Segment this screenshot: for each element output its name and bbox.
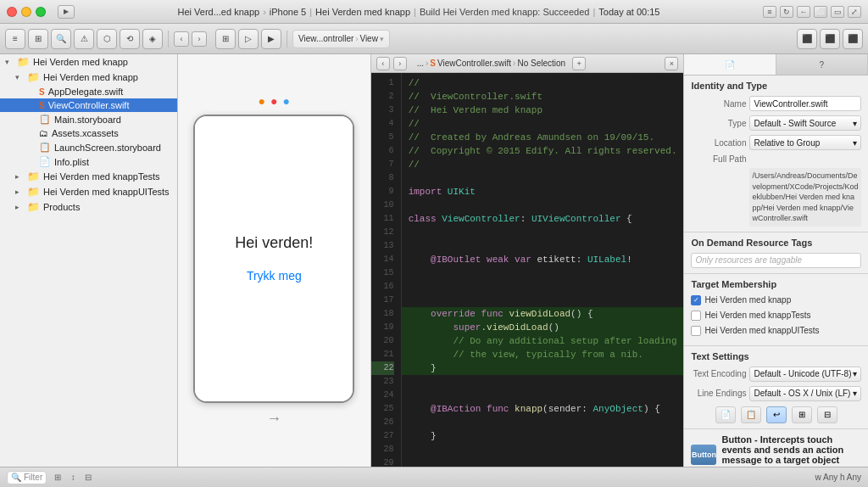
sep2: ›: [513, 59, 515, 68]
rp-tab-file[interactable]: 📄: [684, 54, 776, 75]
breadcrumb-bar[interactable]: View...ontroller › View ▾: [292, 30, 390, 48]
line-endings-select[interactable]: Default - OS X / Unix (LF) ▾: [749, 386, 861, 401]
toolbar-btn-7[interactable]: ◈: [142, 29, 163, 49]
bottom-icon-1[interactable]: ⊞: [52, 472, 64, 484]
line-number: 8: [371, 171, 394, 185]
sidebar-item-hei-verden-root[interactable]: ▾ 📁 Hei Verden med knapp: [0, 54, 177, 70]
iphone-frame: Hei verden! Trykk meg: [193, 115, 354, 403]
maximize-button[interactable]: [36, 7, 46, 17]
bottom-icon-3[interactable]: ⊟: [82, 472, 94, 484]
text-icon-4[interactable]: ⊞: [792, 406, 812, 423]
encoding-chevron: ▾: [853, 369, 857, 378]
library-toggle-button[interactable]: ⬛: [843, 29, 863, 49]
back-button[interactable]: ←: [797, 6, 810, 18]
encoding-select[interactable]: Default - Unicode (UTF-8) ▾: [749, 367, 861, 382]
folder-icon: 📁: [17, 56, 30, 68]
editor-breadcrumb: ... › S ViewController.swift › No Select…: [417, 59, 565, 68]
sidebar-item-appdelegate[interactable]: S AppDelegate.swift: [0, 85, 177, 98]
editor-nav-back[interactable]: ‹: [376, 57, 390, 70]
sidebar-toggle-button[interactable]: ≡: [763, 6, 776, 18]
close-button[interactable]: [7, 7, 17, 17]
text-icon-2[interactable]: 📋: [741, 406, 761, 423]
toolbar-btn-9[interactable]: ▷: [238, 29, 259, 49]
text-icon-3[interactable]: ↩: [766, 406, 787, 423]
fullscreen-button[interactable]: ⤢: [848, 6, 861, 18]
sidebar-label: LaunchScreen.storyboard: [54, 143, 161, 153]
nav-fwd-button[interactable]: ›: [192, 31, 207, 47]
line-number: 23: [371, 375, 394, 389]
trykk-button[interactable]: Trykk meg: [247, 269, 302, 283]
rp-tabs: 📄 ?: [684, 54, 868, 76]
sim-info-icon[interactable]: ●: [283, 94, 290, 108]
breadcrumb-sep: ›: [355, 35, 358, 43]
line-endings-label: Line Endings: [691, 389, 746, 398]
tm-checkbox-0[interactable]: ✓: [691, 295, 701, 305]
target-membership-section: Target Membership ✓ Hei Verden med knapp…: [684, 274, 868, 346]
tm-row-1: Hei Verden med knappTests: [691, 310, 861, 322]
sim-record-icon[interactable]: ●: [270, 94, 277, 108]
refresh-button[interactable]: ↻: [780, 6, 793, 18]
sidebar-label: Main.storyboard: [54, 115, 121, 125]
type-select[interactable]: Default - Swift Source ▾: [749, 115, 861, 131]
toolbar-btn-6[interactable]: ⟲: [120, 29, 140, 49]
line-number: 15: [371, 266, 394, 280]
sidebar-item-ui-tests[interactable]: ▸ 📁 Hei Verden med knappUITests: [0, 184, 177, 199]
breadcrumb-item-1[interactable]: View...ontroller: [298, 34, 353, 43]
add-tab-button[interactable]: +: [572, 57, 586, 70]
sidebar-item-products[interactable]: ▸ 📁 Products: [0, 199, 177, 215]
sidebar-item-hei-verden-sub[interactable]: ▾ 📁 Hei Verden med knapp: [0, 70, 177, 85]
panel-button[interactable]: ▭: [831, 6, 844, 18]
text-icon-1[interactable]: 📄: [715, 406, 736, 423]
toolbar-btn-2[interactable]: ⊞: [28, 29, 48, 49]
tm-checkbox-2[interactable]: [691, 326, 701, 336]
play-button[interactable]: ▶: [58, 5, 75, 19]
sidebar-item-assets[interactable]: 🗂 Assets.xcassets: [0, 126, 177, 140]
type-row: Type Default - Swift Source ▾: [691, 115, 861, 131]
sidebar-label: Hei Verden med knapp: [33, 57, 128, 67]
sep2: |: [309, 7, 312, 17]
sidebar-item-launch-screen[interactable]: 📋 LaunchScreen.storyboard: [0, 140, 177, 154]
line-number: 2: [371, 90, 394, 104]
sim-stop-icon[interactable]: ●: [259, 94, 265, 108]
nav-arrow-left[interactable]: →: [266, 410, 281, 428]
disclosure-icon: ▸: [15, 172, 24, 181]
toolbar-btn-8[interactable]: ⊞: [215, 29, 236, 49]
minimize-button[interactable]: [21, 7, 31, 17]
breadcrumb-file-label: ViewController.swift: [437, 59, 511, 68]
text-icon-5[interactable]: ⊟: [817, 406, 837, 423]
breadcrumb-file[interactable]: S ViewController.swift: [430, 59, 511, 68]
breadcrumb-selection[interactable]: No Selection: [517, 59, 565, 68]
disclosure-icon: ▸: [15, 188, 24, 196]
inspector-toggle-button[interactable]: ⬛: [797, 29, 817, 49]
sidebar-item-info-plist[interactable]: 📄 Info.plist: [0, 154, 177, 169]
location-chevron: ▾: [853, 138, 857, 148]
toolbar-btn-4[interactable]: ⚠: [74, 29, 94, 49]
location-select[interactable]: Relative to Group ▾: [749, 135, 861, 150]
name-value[interactable]: ViewController.swift: [749, 96, 861, 111]
iphone-screen: Hei verden! Trykk meg: [195, 116, 353, 401]
tm-row-0: ✓ Hei Verden med knapp: [691, 294, 861, 306]
toolbar-btn-5[interactable]: ⬡: [97, 29, 117, 49]
breadcrumb-dots[interactable]: ...: [417, 59, 424, 68]
fullpath-row: Full Path: [691, 154, 861, 164]
close-tab-button[interactable]: ×: [665, 57, 678, 70]
split-view-button[interactable]: ⬜: [814, 6, 827, 18]
sidebar-item-main-storyboard[interactable]: 📋 Main.storyboard: [0, 112, 177, 126]
line-number: 27: [371, 429, 394, 443]
code-content[interactable]: // // ViewController.swift // Hei Verden…: [402, 73, 684, 467]
nav-back-button[interactable]: ‹: [174, 31, 189, 47]
editor-nav-fwd[interactable]: ›: [393, 57, 407, 70]
line-number: 21: [371, 348, 394, 361]
tm-checkbox-1[interactable]: [691, 311, 701, 321]
breadcrumb-item-2[interactable]: View: [359, 34, 378, 43]
breadcrumb-dots-label: ...: [417, 59, 424, 68]
toolbar-btn-3[interactable]: 🔍: [51, 29, 71, 49]
toolbar-btn-1[interactable]: ≡: [5, 29, 25, 49]
sidebar-item-viewcontroller[interactable]: S ViewController.swift: [0, 98, 177, 112]
debug-toggle-button[interactable]: ⬛: [820, 29, 840, 49]
rp-tab-help[interactable]: ?: [776, 54, 868, 75]
filter-input[interactable]: 🔍 Filter: [7, 471, 47, 484]
sidebar-item-tests[interactable]: ▸ 📁 Hei Verden med knappTests: [0, 169, 177, 184]
bottom-icon-2[interactable]: ↕: [67, 472, 79, 484]
toolbar-btn-10[interactable]: ▶: [261, 29, 281, 49]
